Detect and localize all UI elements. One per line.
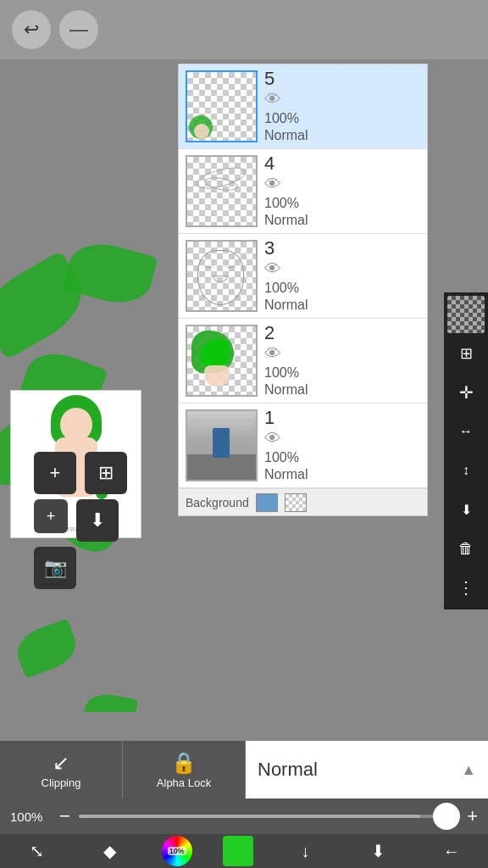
layer-1-info: 1 👁 100% Normal [264, 409, 420, 482]
layer-item[interactable]: 3 👁 100% Normal [179, 234, 427, 319]
bottom-toolbar: ⤡ ◆ 10% ↓ ⬇ ← [0, 834, 488, 868]
layer-2-mode: Normal [264, 382, 308, 398]
background-color-swatch-1[interactable] [256, 493, 278, 512]
layer-item[interactable]: 4 👁 100% Normal [179, 149, 427, 234]
layer-3-mode: Normal [264, 298, 308, 313]
layer-item[interactable]: 1 👁 100% Normal [179, 403, 427, 488]
layer-4-number: 4 [264, 154, 274, 173]
opacity-bar: 100% − + [0, 798, 488, 834]
opacity-slider[interactable] [79, 815, 458, 818]
layers-button[interactable]: ⬇ [358, 836, 400, 866]
layer-5-info: 5 👁 100% Normal [264, 70, 420, 143]
layer-5-opacity: 100% [264, 111, 299, 126]
alpha-lock-label: Alpha Lock [157, 776, 211, 789]
move-icon[interactable]: ✛ [447, 374, 485, 411]
top-bar: ↩ — [0, 0, 488, 59]
layer-2-thumb [186, 325, 258, 397]
blend-mode-label: Normal [258, 759, 318, 781]
layer-control-row-3: 📷 [34, 547, 127, 589]
blend-mode-arrow: ▲ [461, 761, 476, 779]
download-button[interactable]: ↓ [284, 836, 326, 866]
layer-1-mode: Normal [264, 467, 308, 482]
layer-3-info: 3 👁 100% Normal [264, 239, 420, 313]
clipping-icon: ↙ [53, 751, 69, 775]
color-swatch-button[interactable] [223, 836, 253, 866]
transform-icon[interactable]: ⊞ [447, 335, 485, 372]
new-layer-button[interactable]: + [34, 499, 68, 533]
layer-4-thumb [186, 155, 258, 227]
layer-3-visibility[interactable]: 👁 [264, 259, 281, 279]
blend-mode-selector[interactable]: Normal ▲ [246, 741, 488, 798]
alpha-lock-button[interactable]: 🔒 Alpha Lock [123, 741, 246, 798]
opacity-slider-fill [79, 815, 420, 818]
undo-button[interactable]: ↩ [12, 10, 51, 49]
trash-icon[interactable]: 🗑 [447, 530, 485, 567]
layer-item[interactable]: 2 👁 100% Normal [179, 319, 427, 403]
layer-2-number: 2 [264, 324, 274, 342]
layer-1-visibility[interactable]: 👁 [264, 429, 281, 448]
color-wheel-label: 10% [168, 847, 186, 855]
layer-1-number: 1 [264, 409, 274, 427]
opacity-decrease-button[interactable]: − [59, 805, 70, 827]
layer-panel: 5 👁 100% Normal 4 👁 100% Normal [178, 64, 428, 516]
background-color-swatch-2[interactable] [285, 493, 307, 512]
color-wheel-button[interactable]: 10% [162, 836, 192, 866]
copy-layer-button[interactable]: ⊞ [85, 452, 127, 494]
layer-3-thumb [186, 240, 258, 312]
layer-4-info: 4 👁 100% Normal [264, 154, 420, 228]
layer-1-opacity: 100% [264, 450, 299, 465]
background-strip: Background [179, 488, 427, 515]
layer-4-mode: Normal [264, 213, 308, 228]
menu-button[interactable]: — [59, 10, 98, 49]
layer-control-row-1: + ⊞ [34, 452, 127, 494]
layer-5-visibility[interactable]: 👁 [264, 90, 281, 109]
clipping-label: Clipping [42, 776, 81, 789]
blend-bar: ↙ Clipping 🔒 Alpha Lock Normal ▲ [0, 741, 488, 798]
layer-5-number: 5 [264, 70, 274, 88]
clipping-button[interactable]: ↙ Clipping [0, 741, 123, 798]
layer-control-row-2: + ⬇ [34, 499, 127, 542]
layer-1-thumb [186, 409, 258, 481]
layer-2-opacity: 100% [264, 365, 299, 381]
transparency-button[interactable] [447, 296, 485, 333]
layer-2-info: 2 👁 100% Normal [264, 324, 420, 398]
layer-3-opacity: 100% [264, 281, 299, 296]
right-toolbar: ⊞ ✛ ↔ ↕ ⬇ 🗑 ⋮ [444, 292, 488, 609]
flip-vertical-icon[interactable]: ↕ [447, 452, 485, 489]
back-button[interactable]: ← [430, 836, 473, 866]
layer-4-opacity: 100% [264, 196, 299, 211]
background-label: Background [186, 496, 249, 509]
opacity-increase-button[interactable]: + [467, 805, 478, 827]
add-layer-button[interactable]: + [34, 452, 76, 494]
opacity-thumb[interactable] [433, 803, 460, 830]
alpha-lock-icon: 🔒 [171, 751, 197, 775]
layer-5-thumb [186, 70, 258, 142]
flip-horizontal-icon[interactable]: ↔ [447, 413, 485, 450]
layer-5-mode: Normal [264, 128, 308, 143]
more-options-icon[interactable]: ⋮ [447, 569, 485, 606]
merge-down-button[interactable]: ⬇ [76, 499, 119, 542]
transform-button[interactable]: ⤡ [15, 836, 58, 866]
layer-item[interactable]: 5 👁 100% Normal [179, 64, 427, 149]
layer-3-number: 3 [264, 239, 274, 258]
download-icon[interactable]: ⬇ [447, 491, 485, 528]
layer-2-visibility[interactable]: 👁 [264, 344, 281, 364]
camera-button[interactable]: 📷 [34, 547, 76, 589]
select-button[interactable]: ◆ [88, 836, 130, 866]
layer-bottom-controls: + ⊞ + ⬇ 📷 [34, 452, 127, 589]
opacity-percent: 100% [10, 810, 51, 824]
layer-4-visibility[interactable]: 👁 [264, 175, 281, 194]
